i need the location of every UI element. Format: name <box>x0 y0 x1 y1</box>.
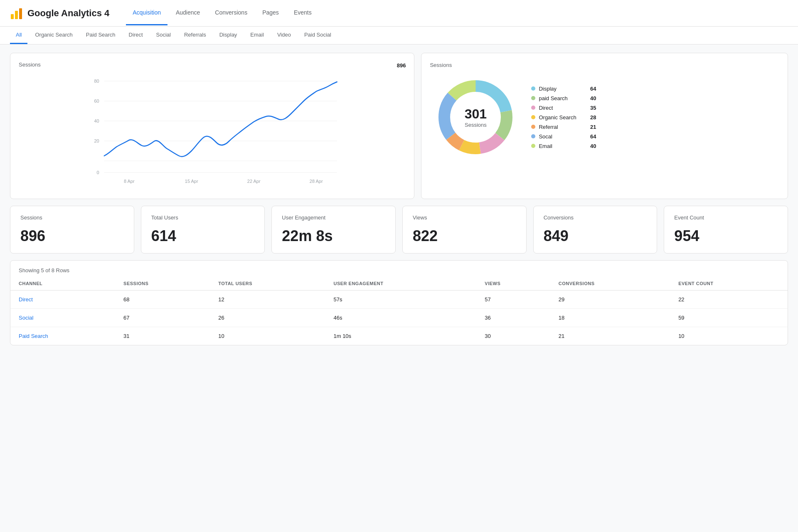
svg-text:40: 40 <box>94 118 99 123</box>
row1-channel[interactable]: Social <box>10 309 115 327</box>
line-chart-title: Sessions <box>19 62 41 68</box>
col-views: VIEWS <box>476 277 550 291</box>
legend-item-social: Socal 64 <box>531 133 596 140</box>
nav-audience[interactable]: Audience <box>169 1 207 25</box>
row2-channel[interactable]: Paid Search <box>10 327 115 345</box>
nav-events[interactable]: Events <box>287 1 318 25</box>
metric-user-engagement-value: 22m 8s <box>282 227 385 245</box>
svg-text:0: 0 <box>97 170 99 175</box>
row0-event-count: 22 <box>670 291 788 309</box>
legend-dot-direct <box>531 106 535 110</box>
logo-icon <box>10 7 23 20</box>
legend-val-social: 64 <box>584 133 596 140</box>
table-head: CHANNEL SESSIONS TOTAL USERS USER ENGAGE… <box>10 277 788 291</box>
donut-chart-title: Sessions <box>430 62 452 68</box>
row1-total-users: 26 <box>210 309 325 327</box>
table-body: Direct 68 12 57s 57 29 22 Social 67 26 4… <box>10 291 788 345</box>
table-showing-text: Showing 5 of 8 Rows <box>10 261 788 277</box>
svg-text:60: 60 <box>94 99 99 103</box>
header: Google Analytics 4 Acquisition Audience … <box>0 0 798 27</box>
row2-sessions: 31 <box>115 327 210 345</box>
donut-center: 301 Sessions <box>465 106 487 128</box>
row2-total-users: 10 <box>210 327 325 345</box>
nav-pages[interactable]: Pages <box>256 1 286 25</box>
col-channel: CHANNEL <box>10 277 115 291</box>
subnav-direct[interactable]: Direct <box>123 27 149 44</box>
row0-views: 57 <box>476 291 550 309</box>
table-row: Direct 68 12 57s 57 29 22 <box>10 291 788 309</box>
line-chart-value: 896 <box>397 62 406 69</box>
metric-conversions-label: Conversions <box>544 214 647 221</box>
col-sessions: SESSIONS <box>115 277 210 291</box>
metric-conversions-value: 849 <box>544 227 647 245</box>
subnav-video[interactable]: Video <box>271 27 297 44</box>
metric-conversions: Conversions 849 <box>533 206 658 254</box>
svg-rect-0 <box>11 14 14 19</box>
subnav-paid-social[interactable]: Paid Social <box>298 27 337 44</box>
table-header-row: CHANNEL SESSIONS TOTAL USERS USER ENGAGE… <box>10 277 788 291</box>
metric-sessions: Sessions 896 <box>10 206 134 254</box>
subnav-social[interactable]: Social <box>150 27 177 44</box>
metrics-row: Sessions 896 Total Users 614 User Engage… <box>10 206 788 254</box>
legend-name-direct: Direct <box>539 105 580 111</box>
metric-user-engagement: User Engagement 22m 8s <box>271 206 396 254</box>
legend-item-organic: Organic Search 28 <box>531 114 596 121</box>
metric-views-value: 822 <box>413 227 516 245</box>
legend-item-email: Email 40 <box>531 143 596 149</box>
metric-sessions-value: 896 <box>20 227 124 245</box>
legend-item-direct: Direct 35 <box>531 105 596 111</box>
col-conversions: CONVERSIONS <box>550 277 670 291</box>
donut-legend: Display 64 paid Search 40 Direct 35 <box>531 86 596 149</box>
line-chart-container: 80 60 40 20 0 8 Apr 15 Apr 22 Apr 28 Apr <box>19 73 406 190</box>
data-table-card: Showing 5 of 8 Rows CHANNEL SESSIONS TOT… <box>10 260 788 345</box>
metric-views: Views 822 <box>402 206 527 254</box>
row1-event-count: 59 <box>670 309 788 327</box>
nav-acquisition[interactable]: Acquisition <box>126 1 167 25</box>
line-chart-svg: 80 60 40 20 0 8 Apr 15 Apr 22 Apr 28 Apr <box>19 73 406 189</box>
subnav-display[interactable]: Display <box>214 27 243 44</box>
row2-views: 30 <box>476 327 550 345</box>
row0-total-users: 12 <box>210 291 325 309</box>
metric-total-users-value: 614 <box>151 227 255 245</box>
subnav-all[interactable]: All <box>10 27 27 44</box>
row0-user-engagement: 57s <box>325 291 476 309</box>
metric-event-count-value: 954 <box>674 227 778 245</box>
row2-conversions: 21 <box>550 327 670 345</box>
legend-val-email: 40 <box>584 143 596 149</box>
col-user-engagement: USER ENGAGEMENT <box>325 277 476 291</box>
metric-total-users: Total Users 614 <box>141 206 265 254</box>
row1-user-engagement: 46s <box>325 309 476 327</box>
row1-sessions: 67 <box>115 309 210 327</box>
donut-chart-card: Sessions <box>421 53 788 199</box>
col-total-users: TOTAL USERS <box>210 277 325 291</box>
subnav-paid-search[interactable]: Paid Search <box>80 27 121 44</box>
legend-dot-referral <box>531 125 535 129</box>
row0-channel[interactable]: Direct <box>10 291 115 309</box>
donut-section: 301 Sessions Display 64 paid Search 40 <box>430 68 779 163</box>
nav-conversions[interactable]: Conversions <box>208 1 254 25</box>
charts-row: Sessions 896 80 60 40 20 0 <box>10 53 788 199</box>
row0-conversions: 29 <box>550 291 670 309</box>
table-row: Paid Search 31 10 1m 10s 30 21 10 <box>10 327 788 345</box>
svg-text:28 Apr: 28 Apr <box>310 179 323 184</box>
svg-text:80: 80 <box>94 79 99 84</box>
svg-text:8 Apr: 8 Apr <box>124 179 135 184</box>
subnav-organic-search[interactable]: Organic Search <box>29 27 78 44</box>
metric-event-count-label: Event Count <box>674 214 778 221</box>
legend-name-organic: Organic Search <box>539 114 580 121</box>
legend-val-paid-search: 40 <box>584 95 596 101</box>
row2-user-engagement: 1m 10s <box>325 327 476 345</box>
legend-name-referral: Referral <box>539 124 580 130</box>
metric-total-users-label: Total Users <box>151 214 255 221</box>
legend-item-paid-search: paid Search 40 <box>531 95 596 101</box>
svg-text:20: 20 <box>94 138 99 143</box>
logo: Google Analytics 4 <box>10 7 109 20</box>
legend-val-referral: 21 <box>584 124 596 130</box>
legend-name-paid-search: paid Search <box>539 95 580 101</box>
donut-center-number: 301 <box>465 106 487 122</box>
subnav-email[interactable]: Email <box>244 27 270 44</box>
legend-dot-paid-search <box>531 96 535 100</box>
legend-dot-email <box>531 144 535 148</box>
legend-name-email: Email <box>539 143 580 149</box>
subnav-referrals[interactable]: Referrals <box>178 27 212 44</box>
